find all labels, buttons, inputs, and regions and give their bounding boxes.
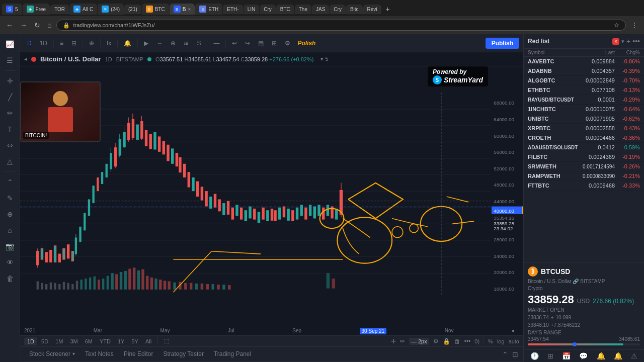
watchlist-item-adausdt[interactable]: ADAUSDT/SOLUSDT 0.0412 0.59% [524,143,644,152]
sidebar-watchlist-icon[interactable]: ☰ [3,53,17,67]
browser-tab-s[interactable]: S 5 [2,4,22,15]
watchlist-item-1inchbtc[interactable]: 1INCHBTC 0.00010075 -0.64% [524,105,644,114]
browser-tab-bitc[interactable]: Bitc [346,5,363,14]
properties-button[interactable]: ⚙ [282,38,293,48]
watchlist-item-filbtc[interactable]: FILBTC 0.0024369 -0.19% [524,152,644,162]
alert-icon[interactable]: ⚠ [631,352,637,360]
tf-5y-button[interactable]: 5Y [128,337,141,345]
chart-type-bar-button[interactable]: ≡ [57,38,66,48]
browser-tab-free[interactable]: ◈ Free [23,4,50,15]
extensions-button[interactable]: ⋮ [629,20,640,30]
sidebar-camera-icon[interactable]: 📷 [3,239,17,253]
browser-tab-revi[interactable]: Revi [363,5,381,14]
browser-tab-btc2[interactable]: BTC [276,5,294,14]
watchlist-item-rayusd[interactable]: RAYUSD/BTCUSDT 0.0001 -0.29% [524,95,644,105]
compare-periods-button[interactable]: ⬚ [161,337,172,345]
browser-tab-cry2[interactable]: Cry [330,5,346,14]
tf-1d-button[interactable]: 1D [24,337,37,345]
draw-trash-icon[interactable]: 🗑 [454,338,460,345]
browser-tab-btc1[interactable]: ₿ BTC [142,4,169,15]
watchlist-item-aavebtc[interactable]: AAVEBTC 0.009884 -0.86% [524,57,644,66]
screener-dropdown-icon[interactable]: ▾ [72,351,75,356]
browser-tab-cry1[interactable]: Cry [260,5,276,14]
browser-tab-x24[interactable]: ✕ (24) [98,4,124,15]
sidebar-zoom-icon[interactable]: ⊕ [3,207,17,221]
log-label[interactable]: log [497,338,505,344]
panel-collapse-icon[interactable]: ⌃ [501,349,509,359]
pen-size-label[interactable]: — 2px [409,338,429,345]
replay-button[interactable]: ▶ [141,38,151,48]
forward-button[interactable]: → [18,20,29,30]
draw-cursor-icon[interactable]: ✛ [391,338,396,345]
tf-3m-button[interactable]: 3M [67,337,80,345]
interval-button[interactable]: 1D [37,38,50,48]
tab-pine-editor[interactable]: Pine Editor [119,347,158,361]
indicators-button[interactable]: fx [104,38,114,48]
collapse-icon[interactable]: ◂ [24,56,27,62]
browser-tab-jas[interactable]: JAS [312,5,329,14]
refresh-button[interactable]: ↻ [32,20,42,30]
browser-tab-eth2[interactable]: ETH- [223,5,243,14]
zoom-button[interactable]: ↔ [153,38,166,48]
watchlist-item-adabnb[interactable]: ADABNB 0.004357 -0.39% [524,66,644,76]
chat-icon[interactable]: 💬 [579,352,588,360]
tf-5d-button[interactable]: 5D [38,337,51,345]
draw-settings-icon[interactable]: ⚙ [433,338,439,345]
tab-stock-screener[interactable]: Stock Screener ▾ [24,347,80,361]
crosshair-button[interactable]: ⊕ [168,38,179,48]
browser-tab-tor[interactable]: TOR [50,5,69,14]
watchlist-item-croeth[interactable]: CROETH 0.00004466 -0.36% [524,133,644,143]
publish-button[interactable]: Publish [486,38,519,49]
browser-tab-x21[interactable]: (21) [124,5,141,14]
calendar-icon[interactable]: 📅 [562,352,571,360]
draw-more-icon[interactable]: ••• [464,338,471,345]
notification-icon[interactable]: 🔔 [614,352,622,360]
template-button[interactable]: ▤ [255,38,267,48]
tab-trading-panel[interactable]: Trading Panel [209,347,256,361]
chart-type-candle-button[interactable]: ⊟ [68,38,79,48]
sidebar-pencil-icon[interactable]: ✎ [3,191,17,205]
browser-tab-b-active[interactable]: B B × [170,4,195,15]
sidebar-cursor-icon[interactable]: ✛ [3,74,17,88]
compare-button[interactable]: ⊕ [86,38,97,48]
address-bar[interactable]: 🔒 tradingview.com/chart/1iWFJsZu/ ☆ [56,20,626,31]
layout-button[interactable]: ⊞ [269,38,280,48]
table-icon[interactable]: ⊞ [547,352,553,360]
home-button[interactable]: ⌂ [45,20,53,30]
browser-tab-eth[interactable]: Ξ ETH [195,4,222,15]
auto-label[interactable]: auto [509,338,519,344]
tf-1m-button[interactable]: 1M [52,337,66,345]
tab-close-icon[interactable]: × [188,7,191,12]
tf-6m-button[interactable]: 6M [82,337,96,345]
undo-button[interactable]: ↩ [229,38,240,48]
sidebar-draw-icon[interactable]: ✏ [3,106,17,120]
bar-style-button[interactable]: ≋ [181,38,192,48]
sidebar-measure-icon[interactable]: ⇔ [3,138,17,152]
watchlist-item-fttbtc[interactable]: FTTBTC 0.0009468 -0.33% [524,181,644,191]
percent-label[interactable]: % [488,338,493,344]
watchlist-item-xrpbtc[interactable]: XRPBTC 0.00002558 -0.43% [524,124,644,133]
tab-strategy-tester[interactable]: Strategy Tester [158,347,208,361]
cursor-style-button[interactable]: — [210,38,222,48]
sidebar-trend-icon[interactable]: ╱ [3,90,17,104]
tab-text-notes[interactable]: Text Notes [80,347,119,361]
watchlist-more-button[interactable]: ••• [632,37,640,45]
panel-expand-icon[interactable]: ⊡ [511,349,519,359]
bell-icon[interactable]: 🔔 [597,352,605,360]
tf-ytd-button[interactable]: YTD [97,337,114,345]
redo-button[interactable]: ↪ [242,38,253,48]
browser-tab-link[interactable]: LIN [244,5,260,14]
sidebar-trash-icon[interactable]: 🗑 [3,272,17,286]
back-button[interactable]: ← [4,20,15,30]
tf-1y-button[interactable]: 1Y [115,337,127,345]
browser-tab-allc[interactable]: ◈ All C [69,4,97,15]
watchlist-dropdown-icon[interactable]: ▾ [621,38,624,45]
bookmark-icon[interactable]: ☆ [614,22,619,29]
watchlist-item-srmweth[interactable]: SRMWETH 0.0017124594 -0.26% [524,162,644,171]
tf-all-button[interactable]: All [142,337,154,345]
sidebar-pattern-icon[interactable]: △ [3,154,17,168]
watchlist-item-unibtc[interactable]: UNIBTC 0.00071905 -0.62% [524,114,644,124]
timeframe-day-button[interactable]: D [24,38,35,48]
sidebar-chart-icon[interactable]: 📈 [3,37,17,51]
sidebar-expand-icon[interactable]: ⌃ [3,175,17,189]
